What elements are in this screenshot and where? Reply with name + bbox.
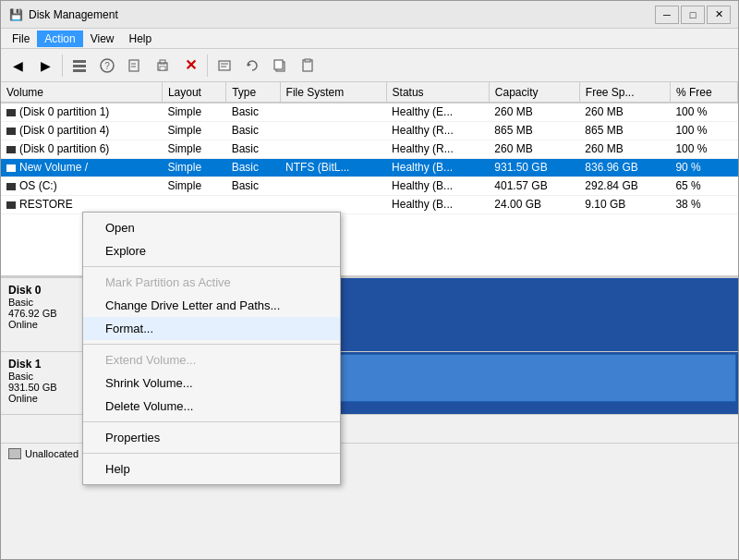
disk1-name: Disk 1: [8, 358, 93, 371]
table-cell: 260 MB: [489, 103, 579, 121]
table-cell: New Volume /: [1, 158, 162, 177]
table-cell: [280, 121, 386, 140]
context-menu-item[interactable]: Help: [83, 457, 340, 481]
toolbar: ◀ ▶ ? ✕: [1, 49, 738, 82]
window-controls: ─ □ ✕: [655, 6, 731, 24]
table-cell: Basic: [226, 103, 280, 121]
print-button[interactable]: [150, 53, 176, 79]
table-cell: RESTORE: [1, 195, 162, 213]
col-pctfree: % Free: [670, 82, 737, 103]
refresh-button[interactable]: [239, 53, 265, 79]
table-cell: Healthy (R...: [386, 121, 489, 140]
table-cell: Basic: [226, 140, 280, 158]
context-menu-item[interactable]: Properties: [83, 426, 340, 449]
forward-button[interactable]: ▶: [32, 53, 58, 79]
table-cell: (Disk 0 partition 6): [1, 140, 162, 158]
menu-view[interactable]: View: [83, 30, 122, 47]
properties-button[interactable]: [212, 53, 237, 79]
table-cell: Simple: [162, 121, 225, 140]
context-menu-item[interactable]: Open: [83, 216, 340, 239]
svg-rect-0: [73, 60, 86, 63]
table-cell: [280, 103, 386, 121]
svg-rect-2: [73, 69, 86, 72]
delete-button[interactable]: ✕: [177, 53, 203, 79]
disk1-size: 931.50 GB: [8, 382, 93, 393]
table-row[interactable]: (Disk 0 partition 4)SimpleBasicHealthy (…: [1, 121, 738, 140]
legend-unallocated-box: [8, 448, 21, 459]
svg-rect-10: [160, 67, 165, 70]
context-menu: OpenExploreMark Partition as ActiveChang…: [82, 212, 341, 485]
legend-unallocated-label: Unallocated: [25, 448, 79, 459]
col-type: Type: [226, 82, 280, 103]
table-cell: 9.10 GB: [579, 195, 670, 213]
table-cell: 292.84 GB: [579, 177, 670, 195]
context-menu-separator: [83, 344, 340, 345]
help-button[interactable]: ?: [94, 53, 120, 79]
svg-marker-14: [248, 63, 251, 67]
col-freespace: Free Sp...: [579, 82, 670, 103]
toolbar-sep-2: [207, 55, 208, 77]
svg-rect-16: [274, 60, 283, 69]
table-cell: [280, 177, 386, 195]
maximize-button[interactable]: □: [681, 6, 705, 24]
table-cell: 865 MB: [489, 121, 579, 140]
table-cell: [162, 195, 225, 213]
table-cell: 24.00 GB: [489, 195, 579, 213]
menu-file[interactable]: File: [5, 30, 37, 47]
table-cell: Healthy (E...: [386, 103, 489, 121]
menu-action[interactable]: Action: [37, 30, 82, 47]
menu-bar: File Action View Help: [1, 29, 738, 49]
show-list-button[interactable]: [67, 53, 92, 79]
table-row[interactable]: (Disk 0 partition 1)SimpleBasicHealthy (…: [1, 103, 738, 121]
disk1-status: Online: [8, 393, 93, 404]
back-button[interactable]: ◀: [5, 53, 30, 79]
table-cell: Healthy (B...: [386, 195, 489, 213]
table-cell: Healthy (B...: [386, 158, 489, 177]
copy-button[interactable]: [267, 53, 293, 79]
table-cell: OS (C:): [1, 177, 162, 195]
new-button[interactable]: [122, 53, 148, 79]
table-cell: Healthy (B...: [386, 177, 489, 195]
close-button[interactable]: ✕: [707, 6, 731, 24]
paste-button[interactable]: [295, 53, 321, 79]
context-menu-item[interactable]: Explore: [83, 239, 340, 262]
table-cell: 865 MB: [579, 121, 670, 140]
app-icon: 💾: [8, 7, 23, 22]
context-menu-item[interactable]: Delete Volume...: [83, 395, 340, 418]
table-row[interactable]: OS (C:)SimpleBasicHealthy (B...401.57 GB…: [1, 177, 738, 195]
window-title: Disk Management: [29, 8, 655, 21]
table-cell: 836.96 GB: [579, 158, 670, 177]
menu-help[interactable]: Help: [122, 30, 160, 47]
table-cell: Basic: [226, 121, 280, 140]
table-row[interactable]: New Volume /SimpleBasicNTFS (BitL...Heal…: [1, 158, 738, 177]
svg-text:?: ?: [104, 61, 110, 71]
context-menu-item[interactable]: Shrink Volume...: [83, 371, 340, 395]
table-row[interactable]: (Disk 0 partition 6)SimpleBasicHealthy (…: [1, 140, 738, 158]
disk0-type: Basic: [8, 297, 93, 308]
table-cell: [280, 195, 386, 213]
context-menu-separator: [83, 266, 340, 267]
svg-rect-18: [305, 59, 310, 62]
col-filesystem: File System: [280, 82, 386, 103]
table-cell: Simple: [162, 158, 225, 177]
svg-rect-1: [73, 65, 86, 67]
disk0-size: 476.92 GB: [8, 308, 93, 319]
table-cell: 65 %: [670, 177, 737, 195]
context-menu-item: Mark Partition as Active: [83, 271, 340, 294]
table-cell: 38 %: [670, 195, 737, 213]
table-cell: Basic: [226, 177, 280, 195]
context-menu-item[interactable]: Format...: [83, 317, 340, 340]
minimize-button[interactable]: ─: [655, 6, 679, 24]
context-menu-item[interactable]: Change Drive Letter and Paths...: [83, 294, 340, 317]
legend-unallocated: Unallocated: [8, 448, 79, 459]
table-row[interactable]: RESTOREHealthy (B...24.00 GB9.10 GB38 %: [1, 195, 738, 213]
table-cell: 401.57 GB: [489, 177, 579, 195]
table-cell: 260 MB: [579, 103, 670, 121]
svg-rect-5: [129, 60, 139, 71]
col-status: Status: [386, 82, 489, 103]
svg-rect-11: [219, 61, 230, 70]
disk0-name: Disk 0: [8, 284, 93, 297]
table-cell: Simple: [162, 140, 225, 158]
table-cell: (Disk 0 partition 1): [1, 103, 162, 121]
context-menu-item: Extend Volume...: [83, 348, 340, 371]
